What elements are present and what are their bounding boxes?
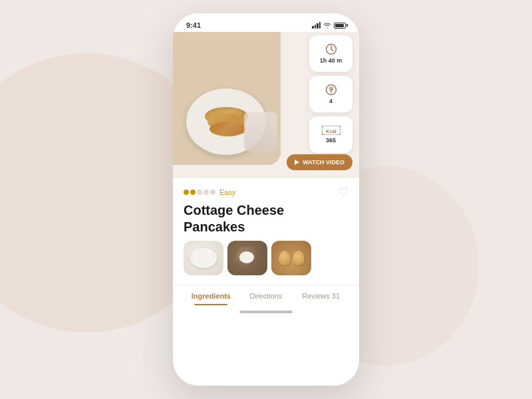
heart-icon: ♡ [338,186,348,199]
wifi-icon [323,21,331,29]
pancake-3 [209,122,246,136]
status-time: 9:41 [186,21,201,29]
difficulty-row: Easy ♡ [184,185,348,200]
phone-frame: 9:41 [173,13,359,386]
tab-reviews[interactable]: Reviews 31 [293,285,348,305]
ingredient-2-thumb[interactable] [227,241,267,275]
servings-card: 4 [309,76,352,112]
food-image [173,32,281,165]
egg-2 [293,251,305,265]
ingredient-3-thumb[interactable] [271,241,311,275]
cloth-decoration [244,112,277,152]
tabs: Ingredients Directions Reviews 31 [184,285,348,305]
star-3 [197,190,202,195]
content-area: 1h 40 m 4 [173,32,359,386]
watch-video-label: WATCH VIDEO [303,159,344,166]
status-bar: 9:41 [173,13,359,32]
star-5 [210,190,215,195]
play-icon [295,160,299,165]
signal-icon [312,22,321,29]
difficulty-left: Easy [184,188,235,196]
time-card: 1h 40 m [309,35,352,72]
star-1 [184,190,189,195]
home-indicator [173,305,359,319]
ingredients-preview [184,241,348,275]
tab-directions[interactable]: Directions [239,285,294,305]
watch-video-button[interactable]: WATCH VIDEO [287,154,352,170]
tabs-section: Ingredients Directions Reviews 31 [173,285,359,305]
recipe-info: Easy ♡ Cottage Cheese Pancakes [173,178,359,285]
star-4 [203,190,209,195]
difficulty-label: Easy [219,188,235,196]
coconut-visual [235,246,259,269]
stars [184,190,215,195]
fork-icon [325,84,337,96]
kcal-icon: Kcal [322,126,340,135]
ingredient-1-thumb[interactable] [184,241,223,275]
tab-ingredients[interactable]: Ingredients [184,285,239,305]
status-icons [312,21,346,29]
recipe-title: Cottage Cheese Pancakes [184,202,348,235]
battery-icon [334,23,346,29]
svg-line-2 [331,49,333,51]
servings: 4 [329,98,332,104]
favorite-button[interactable]: ♡ [338,185,348,200]
hero-section: 1h 40 m 4 [173,32,359,178]
home-bar [239,311,293,313]
egg-1 [279,251,291,265]
star-2 [190,190,196,195]
info-cards: 1h 40 m 4 [309,35,352,153]
calories-card: Kcal 365 [309,116,352,153]
svg-text:Kcal: Kcal [326,128,336,134]
cook-time: 1h 40 m [320,57,342,64]
calories: 365 [326,137,336,144]
clock-icon [325,43,337,55]
